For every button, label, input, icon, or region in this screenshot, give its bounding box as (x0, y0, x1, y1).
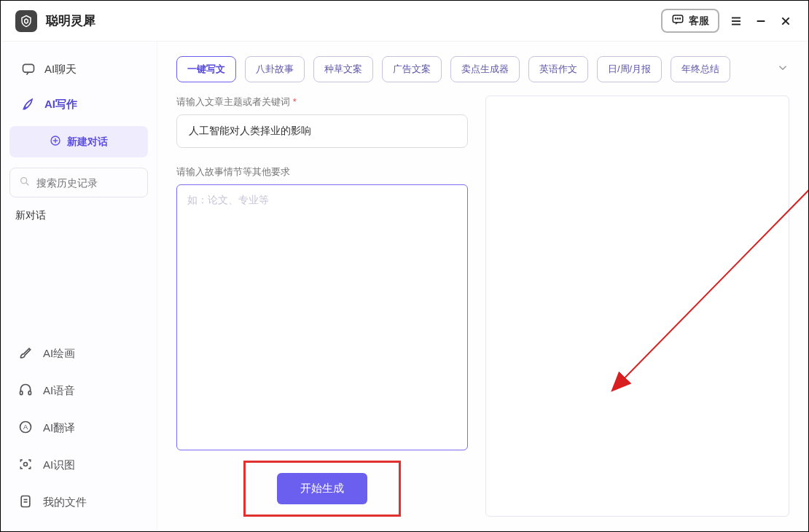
menu-icon[interactable] (728, 13, 744, 29)
app-title: 聪明灵犀 (46, 12, 95, 29)
required-mark: * (293, 96, 297, 107)
topic-input[interactable] (176, 114, 468, 148)
pill-year-summary[interactable]: 年终总结 (671, 56, 730, 82)
tool-ai-draw[interactable]: AI绘画 (9, 335, 148, 372)
headphone-icon (18, 383, 33, 399)
tool-label: AI翻译 (43, 421, 75, 435)
search-input-wrap[interactable] (9, 168, 148, 197)
support-button[interactable]: 客服 (661, 9, 719, 33)
image-scan-icon (18, 457, 33, 474)
plus-circle-icon (50, 135, 61, 149)
new-chat-button[interactable]: 新建对话 (9, 126, 148, 157)
translate-icon: A (18, 420, 33, 437)
sidebar-item-label: AI聊天 (44, 63, 77, 77)
tool-ai-translate[interactable]: A AI翻译 (9, 410, 148, 447)
pill-report[interactable]: 日/周/月报 (597, 56, 662, 82)
pill-grass-copy[interactable]: 种草文案 (313, 56, 373, 82)
output-panel (485, 95, 789, 517)
close-icon[interactable] (778, 13, 794, 29)
svg-rect-17 (28, 391, 31, 395)
generate-highlight-box: 开始生成 (243, 461, 401, 517)
svg-line-15 (26, 183, 28, 185)
svg-text:A: A (23, 423, 28, 431)
history-item[interactable]: 新对话 (9, 197, 148, 234)
chat-bubble-icon (21, 62, 36, 77)
search-input[interactable] (36, 177, 138, 189)
pill-one-click-write[interactable]: 一键写文 (176, 56, 236, 82)
generate-button[interactable]: 开始生成 (277, 473, 367, 504)
tool-label: 我的文件 (43, 496, 87, 509)
minimize-icon[interactable] (753, 13, 769, 29)
sidebar-item-ai-write[interactable]: AI写作 (9, 87, 148, 122)
app-logo (15, 10, 37, 32)
brush-icon (18, 345, 33, 362)
tool-label: AI语音 (43, 384, 75, 398)
tool-my-files[interactable]: 我的文件 (9, 484, 148, 521)
pill-english-essay[interactable]: 英语作文 (528, 56, 588, 82)
chevron-down-icon[interactable] (776, 61, 789, 78)
extra-textarea[interactable] (187, 194, 457, 441)
template-pill-row: 一键写文 八卦故事 种草文案 广告文案 卖点生成器 英语作文 日/周/月报 年终… (176, 56, 789, 82)
svg-point-20 (24, 463, 28, 466)
support-label: 客服 (689, 15, 709, 28)
extra-label: 请输入故事情节等其他要求 (176, 165, 468, 179)
tool-label: AI识图 (43, 458, 75, 472)
svg-point-2 (677, 18, 678, 19)
file-icon (18, 494, 33, 511)
pill-gossip-story[interactable]: 八卦故事 (245, 56, 305, 82)
tool-ai-image[interactable]: AI识图 (9, 447, 148, 484)
new-chat-label: 新建对话 (67, 136, 108, 149)
svg-rect-10 (23, 64, 34, 72)
tool-label: AI绘画 (43, 347, 75, 361)
svg-point-14 (21, 178, 27, 184)
topic-label: 请输入文章主题或者关键词 * (176, 95, 468, 109)
svg-point-3 (679, 18, 680, 19)
chat-icon (671, 13, 684, 28)
svg-point-1 (675, 18, 676, 19)
pill-ad-copy[interactable]: 广告文案 (382, 56, 442, 82)
history-item-label: 新对话 (15, 209, 46, 221)
sidebar-item-label: AI写作 (44, 98, 77, 112)
extra-textarea-wrap[interactable] (176, 184, 468, 450)
sidebar-item-ai-chat[interactable]: AI聊天 (9, 52, 148, 87)
svg-rect-16 (20, 391, 23, 395)
pill-selling-point[interactable]: 卖点生成器 (450, 56, 520, 82)
search-icon (19, 176, 31, 189)
pen-icon (21, 97, 36, 112)
tool-ai-voice[interactable]: AI语音 (9, 372, 148, 410)
